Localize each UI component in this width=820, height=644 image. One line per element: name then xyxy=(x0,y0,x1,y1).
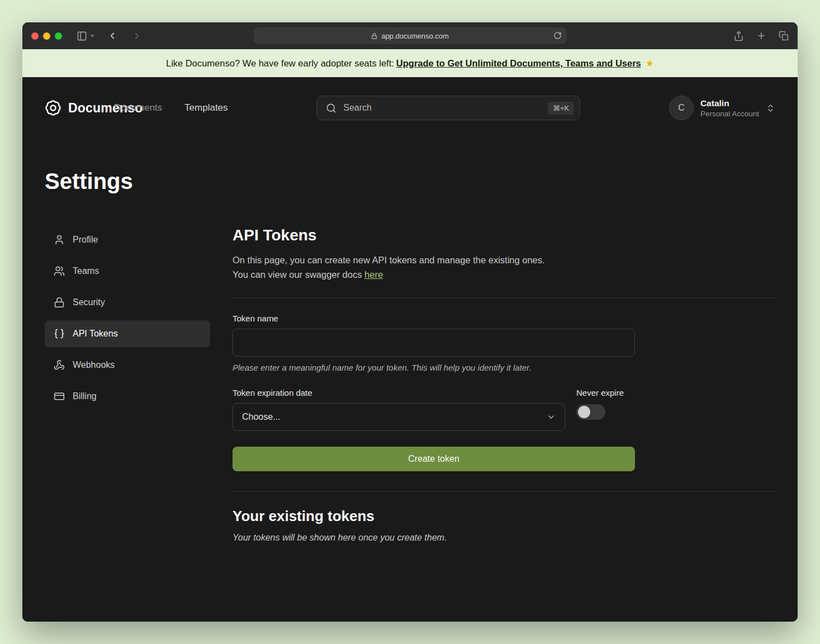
nav-templates[interactable]: Templates xyxy=(184,102,227,113)
user-account-type: Personal Account xyxy=(700,110,759,118)
search-icon xyxy=(326,103,336,113)
promo-banner: Like Documenso? We have few early adopte… xyxy=(22,49,798,77)
sidebar-item-label: Webhooks xyxy=(73,360,115,370)
user-icon xyxy=(54,234,65,245)
tab-overview-icon[interactable] xyxy=(779,31,789,41)
section-description-line2: You can view our swagger docs xyxy=(233,269,364,280)
forward-button[interactable] xyxy=(132,31,142,41)
page-title: Settings xyxy=(45,169,775,194)
toggle-knob xyxy=(578,406,590,418)
promo-banner-text: Like Documenso? We have few early adopte… xyxy=(166,58,394,69)
address-bar-url: app.documenso.com xyxy=(381,32,449,40)
existing-tokens-title: Your existing tokens xyxy=(233,508,775,525)
sidebar-item-api-tokens[interactable]: API Tokens xyxy=(45,320,210,347)
avatar: C xyxy=(669,96,694,120)
sidebar-item-profile[interactable]: Profile xyxy=(45,226,210,253)
sidebar-item-webhooks[interactable]: Webhooks xyxy=(45,352,210,378)
sidebar-chevron-down-icon[interactable] xyxy=(89,33,95,39)
divider xyxy=(233,491,775,492)
sidebar-item-teams[interactable]: Teams xyxy=(45,258,210,285)
reload-icon[interactable] xyxy=(553,31,562,40)
chevrons-up-down-icon xyxy=(766,103,775,113)
create-token-button[interactable]: Create token xyxy=(233,447,635,471)
search-shortcut-badge: ⌘+K xyxy=(548,102,574,115)
never-expire-toggle[interactable] xyxy=(576,404,605,420)
browser-window: app.documenso.com Like Documenso? We hav… xyxy=(22,22,798,622)
chevron-down-icon xyxy=(547,413,556,422)
sidebar-item-label: Billing xyxy=(73,391,97,401)
settings-sidebar: Profile Teams Security xyxy=(45,226,210,543)
never-expire-label: Never expire xyxy=(576,388,635,397)
star-icon: ★ xyxy=(646,58,654,69)
account-menu[interactable]: C Catalin Personal Account xyxy=(669,96,775,120)
token-name-input[interactable] xyxy=(233,329,635,357)
section-title: API Tokens xyxy=(233,226,775,244)
nav-documents[interactable]: Documents xyxy=(114,102,162,113)
lock-icon xyxy=(371,33,377,39)
existing-tokens-empty-text: Your tokens will be shown here once you … xyxy=(233,533,775,543)
sidebar-item-security[interactable]: Security xyxy=(45,289,210,316)
token-name-label: Token name xyxy=(233,314,635,323)
token-name-help: Please enter a meaningful name for your … xyxy=(233,363,635,372)
upgrade-link[interactable]: Upgrade to Get Unlimited Documents, Team… xyxy=(396,58,641,69)
sidebar-item-label: API Tokens xyxy=(73,329,118,339)
token-expiration-select[interactable]: Choose... xyxy=(233,403,565,431)
search-input[interactable] xyxy=(343,103,541,113)
app-content: Documenso Documents Templates ⌘+K C Cata… xyxy=(22,77,798,622)
main-nav: Documents Templates xyxy=(114,102,227,113)
close-window-button[interactable] xyxy=(31,32,39,40)
back-button[interactable] xyxy=(107,31,117,41)
credit-card-icon xyxy=(54,391,65,402)
sidebar-item-label: Teams xyxy=(73,266,99,276)
section-description: On this page, you can create new API tok… xyxy=(233,253,775,282)
swagger-docs-link[interactable]: here xyxy=(364,269,383,280)
sidebar-item-label: Profile xyxy=(73,235,98,245)
token-expiration-label: Token expiration date xyxy=(233,388,565,397)
section-description-line1: On this page, you can create new API tok… xyxy=(233,255,545,265)
token-expiration-value: Choose... xyxy=(242,412,280,422)
search-bar[interactable]: ⌘+K xyxy=(316,96,580,120)
traffic-lights xyxy=(31,32,62,40)
zoom-window-button[interactable] xyxy=(55,32,62,40)
share-icon[interactable] xyxy=(733,31,744,41)
sidebar-toggle-icon[interactable] xyxy=(77,31,87,41)
lock-icon xyxy=(54,297,65,308)
address-bar[interactable]: app.documenso.com xyxy=(254,27,567,44)
sidebar-item-billing[interactable]: Billing xyxy=(45,383,210,410)
browser-titlebar: app.documenso.com xyxy=(22,22,798,49)
api-tokens-panel: API Tokens On this page, you can create … xyxy=(233,226,775,543)
divider xyxy=(233,297,775,298)
new-tab-icon[interactable] xyxy=(756,31,766,41)
braces-icon xyxy=(54,328,65,339)
minimize-window-button[interactable] xyxy=(43,32,50,40)
sidebar-item-label: Security xyxy=(73,297,105,307)
users-icon xyxy=(54,266,65,277)
user-name: Catalin xyxy=(700,98,759,108)
webhook-icon xyxy=(54,359,65,371)
app-header: Documenso Documents Templates ⌘+K C Cata… xyxy=(45,77,775,139)
documenso-logo-icon xyxy=(45,100,61,116)
